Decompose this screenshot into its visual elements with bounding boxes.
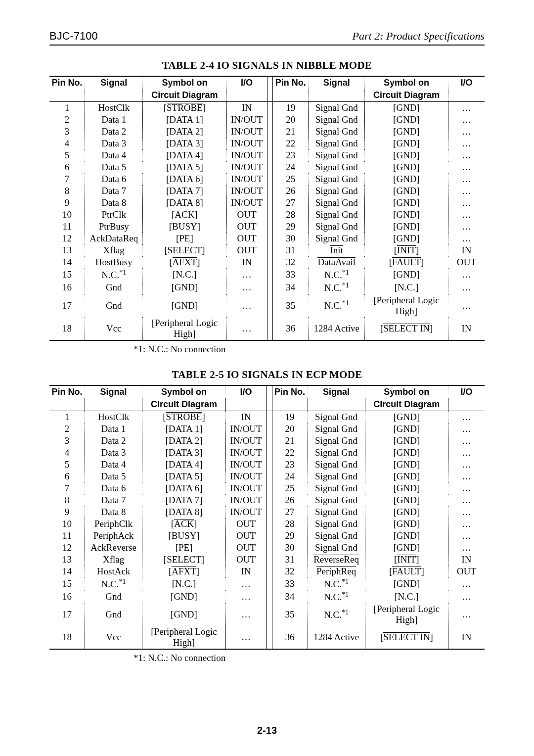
table-row: 10PeriphClk[ACK]OUT28Signal Gnd[GND]… bbox=[49, 518, 485, 530]
table-row: 17Gnd[GND]…35N.C.*1[Peripheral Logic Hig… bbox=[49, 603, 485, 626]
table-row: 3Data 2[DATA 2]IN/OUT21Signal Gnd[GND]… bbox=[49, 126, 485, 138]
table-row: 5Data 4[DATA 4]IN/OUT23Signal Gnd[GND]… bbox=[49, 459, 485, 471]
table-row: 7Data 6[DATA 6]IN/OUT25Signal Gnd[GND]… bbox=[49, 173, 485, 185]
table-row: 15N.C.*1[N.C.]…33N.C.*1[GND]… bbox=[49, 268, 485, 281]
table-row: 16Gnd[GND]…34N.C.*1[N.C.]… bbox=[49, 590, 485, 603]
table-row: 3Data 2[DATA 2]IN/OUT21Signal Gnd[GND]… bbox=[49, 435, 485, 447]
table-row: 15N.C.*1[N.C.]…33N.C.*1[GND]… bbox=[49, 577, 485, 590]
table2-title: TABLE 2-5 IO SIGNALS IN ECP MODE bbox=[49, 369, 485, 381]
table-row: 14HostBusy[AFXT]IN32DataAvail[FAULT]OUT bbox=[49, 256, 485, 268]
table-row: 14HostAck[AFXT]IN32PeriphReq[FAULT]OUT bbox=[49, 566, 485, 577]
table1-title: TABLE 2-4 IO SIGNALS IN NIBBLE MODE bbox=[49, 59, 485, 72]
table-row: 10PtrClk[ACK]OUT28Signal Gnd[GND]… bbox=[49, 209, 485, 221]
table1: Pin No.SignalSymbol onI/OPin No.SignalSy… bbox=[49, 76, 485, 341]
page-number: 2-13 bbox=[0, 725, 534, 736]
table-row: 2Data 1[DATA 1]IN/OUT20Signal Gnd[GND]… bbox=[49, 423, 485, 435]
table-row: 9Data 8[DATA 8]IN/OUT27Signal Gnd[GND]… bbox=[49, 506, 485, 518]
table2: Pin No.SignalSymbol onI/OPin No.SignalSy… bbox=[49, 385, 485, 650]
table-row: 18Vcc[Peripheral Logic High]…361284 Acti… bbox=[49, 317, 485, 340]
table-row: 11PeriphAck[BUSY]OUT29Signal Gnd[GND]… bbox=[49, 530, 485, 542]
table-row: 4Data 3[DATA 3]IN/OUT22Signal Gnd[GND]… bbox=[49, 447, 485, 459]
table-row: 8Data 7[DATA 7]IN/OUT26Signal Gnd[GND]… bbox=[49, 185, 485, 197]
table-row: 1HostClk[STROBE]IN19Signal Gnd[GND]… bbox=[49, 102, 485, 114]
table-row: 18Vcc[Peripheral Logic High]…361284 Acti… bbox=[49, 626, 485, 649]
table-row: 7Data 6[DATA 6]IN/OUT25Signal Gnd[GND]… bbox=[49, 482, 485, 494]
table-row: 13Xflag[SELECT]OUT31Init[INIT]IN bbox=[49, 244, 485, 256]
table-row: 12AckReverse[PE]OUT30Signal Gnd[GND]… bbox=[49, 542, 485, 554]
table-row: 13Xflag[SELECT]OUT31ReverseReq[INIT]IN bbox=[49, 554, 485, 566]
table-row: 4Data 3[DATA 3]IN/OUT22Signal Gnd[GND]… bbox=[49, 138, 485, 149]
table-row: 1HostClk[STROBE]IN19Signal Gnd[GND]… bbox=[49, 411, 485, 423]
table-row: 8Data 7[DATA 7]IN/OUT26Signal Gnd[GND]… bbox=[49, 494, 485, 506]
table-row: 12AckDataReq[PE]OUT30Signal Gnd[GND]… bbox=[49, 233, 485, 244]
table-row: 2Data 1[DATA 1]IN/OUT20Signal Gnd[GND]… bbox=[49, 114, 485, 126]
section-label: Part 2: Product Specifications bbox=[353, 30, 485, 43]
model-label: BJC-7100 bbox=[49, 30, 98, 43]
note1: *1: N.C.: No connection bbox=[134, 344, 485, 355]
page-header: BJC-7100 Part 2: Product Specifications bbox=[49, 30, 485, 46]
table-row: 16Gnd[GND]…34N.C.*1[N.C.]… bbox=[49, 281, 485, 294]
table-row: 6Data 5[DATA 5]IN/OUT24Signal Gnd[GND]… bbox=[49, 161, 485, 173]
note2: *1: N.C.: No connection bbox=[134, 653, 485, 663]
table-row: 9Data 8[DATA 8]IN/OUT27Signal Gnd[GND]… bbox=[49, 197, 485, 209]
table-row: 17Gnd[GND]…35N.C.*1[Peripheral Logic Hig… bbox=[49, 294, 485, 317]
table-row: 6Data 5[DATA 5]IN/OUT24Signal Gnd[GND]… bbox=[49, 471, 485, 482]
table-row: 5Data 4[DATA 4]IN/OUT23Signal Gnd[GND]… bbox=[49, 149, 485, 161]
table-row: 11PtrBusy[BUSY]OUT29Signal Gnd[GND]… bbox=[49, 221, 485, 233]
